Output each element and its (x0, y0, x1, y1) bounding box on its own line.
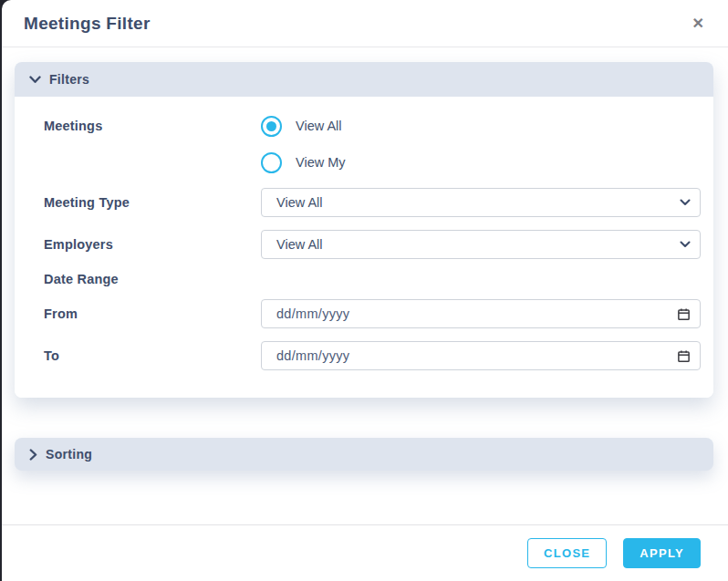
chevron-down-icon (680, 199, 691, 206)
calendar-icon[interactable] (677, 307, 691, 321)
meetings-row: Meetings View All View My (29, 115, 701, 173)
to-row: To dd/mm/yyyy (29, 341, 701, 370)
to-date-placeholder: dd/mm/yyyy (276, 348, 349, 363)
from-date-input[interactable]: dd/mm/yyyy (261, 299, 701, 328)
radio-view-my[interactable]: View My (261, 151, 701, 173)
apply-button[interactable]: APPLY (623, 538, 701, 568)
filters-section-body: Meetings View All View My Meeting Type (15, 97, 713, 398)
modal-body: Filters Meetings View All View My (2, 47, 728, 524)
meeting-type-select[interactable]: View All (261, 188, 701, 217)
close-icon[interactable]: ✕ (692, 16, 704, 31)
radio-view-all-label: View All (296, 119, 342, 133)
calendar-icon[interactable] (677, 349, 691, 363)
close-button[interactable]: CLOSE (527, 538, 607, 568)
from-date-placeholder: dd/mm/yyyy (276, 306, 349, 321)
modal-footer: CLOSE APPLY (2, 524, 728, 581)
radio-icon (261, 152, 282, 173)
meetings-label: Meetings (29, 115, 261, 137)
modal-header: Meetings Filter ✕ (2, 0, 728, 47)
to-date-input[interactable]: dd/mm/yyyy (261, 341, 701, 370)
to-label: To (29, 348, 261, 363)
modal-title: Meetings Filter (24, 14, 151, 34)
date-range-label: Date Range (29, 272, 261, 286)
meeting-type-value: View All (276, 195, 323, 210)
filters-section-header[interactable]: Filters (15, 62, 713, 97)
meetings-filter-modal: Meetings Filter ✕ Filters Meetings View … (2, 0, 728, 581)
chevron-down-icon (29, 76, 41, 84)
sorting-section-title: Sorting (46, 447, 92, 462)
employers-label: Employers (29, 237, 261, 252)
from-label: From (29, 306, 261, 321)
date-range-row: Date Range (29, 272, 701, 286)
chevron-down-icon (680, 241, 691, 248)
employers-select[interactable]: View All (261, 230, 701, 259)
filters-section: Filters Meetings View All View My (15, 62, 713, 398)
employers-row: Employers View All (29, 230, 701, 259)
from-row: From dd/mm/yyyy (29, 299, 701, 328)
filters-section-title: Filters (49, 72, 89, 87)
radio-view-my-label: View My (296, 155, 346, 170)
sorting-section-header[interactable]: Sorting (15, 438, 713, 471)
radio-view-all[interactable]: View All (261, 115, 701, 137)
radio-icon (261, 116, 282, 137)
chevron-right-icon (29, 449, 37, 461)
employers-value: View All (276, 237, 323, 252)
meeting-type-label: Meeting Type (29, 195, 261, 210)
meeting-type-row: Meeting Type View All (29, 188, 701, 217)
meetings-radio-group: View All View My (261, 115, 701, 173)
